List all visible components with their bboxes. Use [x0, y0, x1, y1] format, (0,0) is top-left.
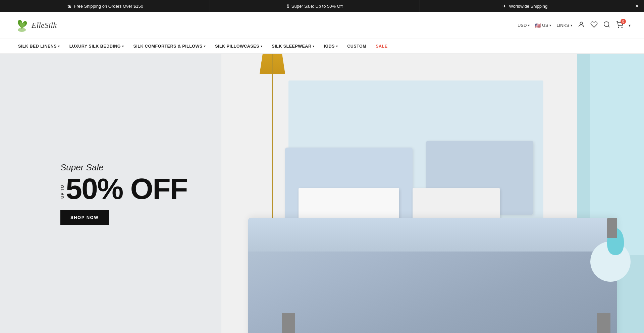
account-icon[interactable]	[578, 21, 585, 30]
nav-item-bed-linens[interactable]: SILK BED LINENS ▾	[13, 39, 65, 53]
cart-badge: 0	[621, 19, 626, 24]
links-label: LINKS	[556, 23, 569, 28]
country-selector[interactable]: 🇺🇸 US ▾	[535, 23, 551, 28]
side-table-candle	[607, 218, 617, 238]
currency-chevron: ▾	[528, 23, 530, 27]
nav-item-luxury-bedding[interactable]: LUXURY SILK BEDDING ▾	[65, 39, 129, 53]
info-icon: ℹ	[287, 3, 289, 9]
nav-chevron-luxury-bedding: ▾	[122, 45, 124, 48]
bed-leg-right	[597, 313, 610, 333]
announcement-worldwide-text: Worldwide Shipping	[509, 4, 548, 9]
nav-item-sleepwear[interactable]: SILK SLEEPWEAR ▾	[267, 39, 319, 53]
shop-now-button[interactable]: SHOP NOW	[60, 210, 109, 225]
hero-subtitle: Super Sale	[60, 162, 187, 173]
nav-label-custom: CUSTOM	[347, 44, 366, 49]
plane-icon: ✈	[502, 3, 506, 9]
announcement-sale: ℹ Super Sale: Up to 50% Off	[210, 0, 420, 12]
search-icon[interactable]	[603, 21, 610, 30]
currency-selector[interactable]: USD ▾	[518, 23, 530, 28]
logo[interactable]: ElleSilk	[13, 17, 57, 34]
nav-label-bed-linens: SILK BED LINENS	[18, 44, 57, 49]
svg-point-5	[622, 27, 622, 27]
header: ElleSilk USD ▾ 🇺🇸 US ▾ LINKS ▾	[0, 12, 644, 39]
announcement-worldwide: ✈ Worldwide Shipping	[420, 0, 630, 12]
svg-point-4	[618, 27, 619, 27]
cart-chevron[interactable]: ▾	[629, 23, 631, 28]
nav-chevron-bed-linens: ▾	[58, 45, 60, 48]
nav-chevron-comforters: ▾	[204, 45, 206, 48]
nav-label-pillowcases: SILK PILLOWCASES	[215, 44, 259, 49]
header-controls: USD ▾ 🇺🇸 US ▾ LINKS ▾	[518, 21, 631, 30]
bed-leg-left	[282, 313, 295, 333]
nav-item-comforters[interactable]: SILK COMFORTERS & PILLOWS ▾	[128, 39, 210, 53]
announcement-shipping-text: Free Shipping on Orders Over $150	[74, 4, 143, 9]
shipping-icon: 🛍	[66, 3, 71, 9]
hero-up-to-label: UP TO	[60, 185, 64, 199]
nav-label-sale: SALE	[376, 44, 387, 49]
announcement-shipping: 🛍 Free Shipping on Orders Over $150	[0, 0, 210, 12]
duvet	[248, 218, 617, 333]
hero-section: Super Sale UP TO 50% OFF SHOP NOW	[0, 54, 644, 333]
nav-label-luxury-bedding: LUXURY SILK BEDDING	[69, 44, 121, 49]
cart-icon[interactable]: 0	[616, 21, 623, 30]
country-label: US	[542, 23, 548, 28]
nav-label-kids: KIDS	[324, 44, 335, 49]
svg-point-1	[580, 22, 582, 24]
nav-item-custom[interactable]: CUSTOM	[342, 39, 371, 53]
nav-label-sleepwear: SILK SLEEPWEAR	[272, 44, 311, 49]
wishlist-icon[interactable]	[590, 21, 598, 30]
nav-item-pillowcases[interactable]: SILK PILLOWCASES ▾	[210, 39, 267, 53]
duvet-fold	[248, 218, 617, 252]
svg-line-3	[608, 26, 609, 27]
nav-chevron-kids: ▾	[336, 45, 338, 48]
hero-image	[221, 54, 644, 333]
announcement-bar: 🛍 Free Shipping on Orders Over $150 ℹ Su…	[0, 0, 644, 12]
bed-scene	[221, 54, 644, 333]
links-chevron: ▾	[571, 23, 572, 27]
hero-discount-label: 50% OFF	[66, 174, 187, 204]
nav-label-comforters: SILK COMFORTERS & PILLOWS	[133, 44, 202, 49]
nav-item-kids[interactable]: KIDS ▾	[319, 39, 342, 53]
nav-item-sale[interactable]: SALE	[371, 39, 392, 53]
currency-label: USD	[518, 23, 527, 28]
hero-content: Super Sale UP TO 50% OFF SHOP NOW	[60, 162, 187, 225]
main-nav: SILK BED LINENS ▾ LUXURY SILK BEDDING ▾ …	[0, 39, 644, 54]
logo-text: ElleSilk	[32, 21, 57, 30]
country-chevron: ▾	[549, 23, 551, 27]
links-menu[interactable]: LINKS ▾	[556, 23, 572, 28]
announcement-sale-text: Super Sale: Up to 50% Off	[291, 4, 343, 9]
hero-discount-row: UP TO 50% OFF	[60, 174, 187, 204]
nav-chevron-sleepwear: ▾	[313, 45, 315, 48]
flag-icon: 🇺🇸	[535, 23, 541, 28]
close-button[interactable]: ×	[630, 0, 644, 12]
nav-chevron-pillowcases: ▾	[261, 45, 263, 48]
svg-point-2	[604, 22, 609, 27]
